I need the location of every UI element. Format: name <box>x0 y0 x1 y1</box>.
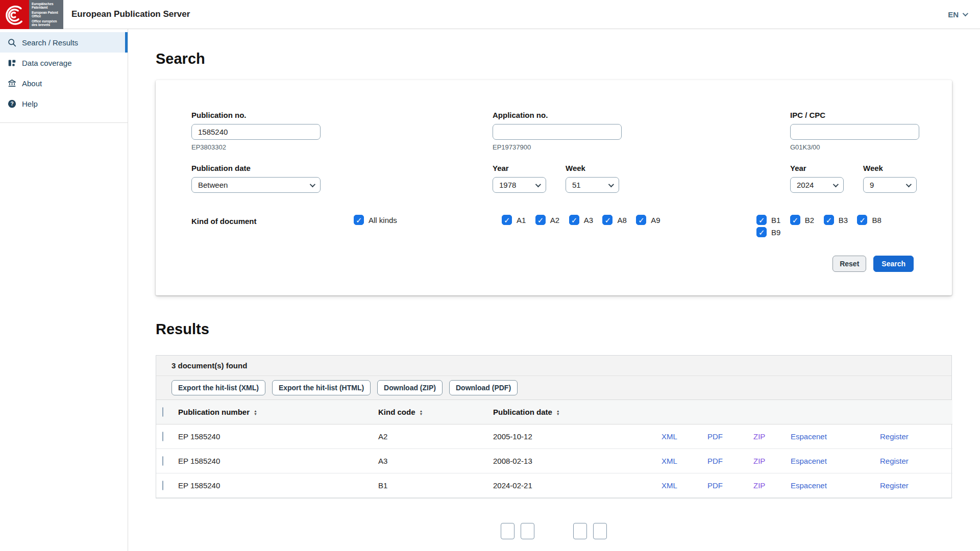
zip-link[interactable]: ZIP <box>753 432 765 441</box>
row-checkbox[interactable] <box>162 456 163 466</box>
column-publication-number[interactable]: Publication number <box>178 400 378 424</box>
zip-link[interactable]: ZIP <box>753 481 765 490</box>
kind-a2-checkbox[interactable] <box>535 215 546 225</box>
sidebar: Search / Results Data coverage About ? H… <box>0 29 128 551</box>
pdf-link[interactable]: PDF <box>707 481 723 490</box>
sidebar-item-label: Data coverage <box>22 59 72 67</box>
export-html-button[interactable]: Export the hit-list (HTML) <box>272 380 371 395</box>
kind-a1-checkbox[interactable] <box>502 215 512 225</box>
from-year-select[interactable]: 1978 <box>493 177 546 193</box>
to-year-label: Year <box>790 164 844 172</box>
from-week-select[interactable]: 51 <box>566 177 619 193</box>
kind-a3-checkbox[interactable] <box>569 215 579 225</box>
logo-text-en: European Patent Office <box>32 11 61 18</box>
epo-logo[interactable] <box>0 0 29 29</box>
kind-b2-checkbox[interactable] <box>790 215 800 225</box>
column-kind-code[interactable]: Kind code <box>378 400 493 424</box>
bank-icon <box>8 79 16 88</box>
espacenet-link[interactable]: Espacenet <box>791 457 827 465</box>
sidebar-item-help[interactable]: ? Help <box>0 93 128 114</box>
sidebar-item-about[interactable]: About <box>0 73 128 93</box>
pdf-link[interactable]: PDF <box>707 432 723 441</box>
sort-icon[interactable] <box>254 410 257 416</box>
select-all-checkbox[interactable] <box>162 407 163 417</box>
kind-b1-label: B1 <box>771 216 780 224</box>
results-title: Results <box>156 321 980 338</box>
export-xml-button[interactable]: Export the hit-list (XML) <box>172 380 265 395</box>
espacenet-link[interactable]: Espacenet <box>791 432 827 441</box>
kind-b1-checkbox[interactable] <box>756 215 767 225</box>
pdf-link[interactable]: PDF <box>707 457 723 465</box>
publication-no-input[interactable] <box>191 124 321 140</box>
language-label: EN <box>948 10 959 19</box>
xml-link[interactable]: XML <box>662 481 677 490</box>
kind-b9-checkbox[interactable] <box>756 227 767 237</box>
app-header: Europäisches Patentamt European Patent O… <box>0 0 980 29</box>
search-button[interactable]: Search <box>873 256 914 272</box>
ipc-cpc-input[interactable] <box>790 124 919 140</box>
row-checkbox[interactable] <box>162 432 163 441</box>
sidebar-item-data-coverage[interactable]: Data coverage <box>0 53 128 73</box>
epo-swirl-icon <box>4 3 26 26</box>
publication-number-cell: EP 1585240 <box>178 424 378 449</box>
register-link[interactable]: Register <box>880 432 909 441</box>
row-checkbox[interactable] <box>162 481 163 490</box>
xml-link[interactable]: XML <box>662 432 677 441</box>
language-selector[interactable]: EN <box>948 10 967 19</box>
sidebar-divider <box>0 122 128 123</box>
pagination-last-button[interactable] <box>593 523 607 539</box>
ipc-cpc-hint: G01K3/00 <box>790 143 919 151</box>
kind-a8-checkbox[interactable] <box>602 215 612 225</box>
sort-icon[interactable] <box>420 410 423 416</box>
publication-no-hint: EP3803302 <box>191 143 321 151</box>
ipc-cpc-group: IPC / CPC G01K3/00 <box>790 111 919 151</box>
kind-b8-checkbox[interactable] <box>857 215 867 225</box>
table-row: EP 1585240 A3 2008-02-13 XML PDF ZIP Esp… <box>156 449 952 473</box>
publication-date-select[interactable]: Between <box>191 177 321 193</box>
to-year-group: Year 2024 <box>790 164 844 193</box>
kind-b3-checkbox[interactable] <box>824 215 834 225</box>
column-publication-date[interactable]: Publication date <box>493 400 662 424</box>
to-week-select[interactable]: 9 <box>863 177 917 193</box>
pagination-prev-button[interactable] <box>521 523 534 539</box>
download-zip-button[interactable]: Download (ZIP) <box>377 380 443 395</box>
kind-all-checkbox-item: All kinds <box>354 215 397 225</box>
table-row: EP 1585240 A2 2005-10-12 XML PDF ZIP Esp… <box>156 424 952 449</box>
results-count: 3 document(s) found <box>156 356 951 376</box>
kind-a3-item: A3 <box>569 215 593 225</box>
zip-link[interactable]: ZIP <box>753 457 765 465</box>
chart-icon <box>8 59 16 67</box>
espacenet-link[interactable]: Espacenet <box>791 481 827 490</box>
search-page-title: Search <box>156 51 980 67</box>
download-pdf-button[interactable]: Download (PDF) <box>449 380 518 395</box>
column-kind-code-label: Kind code <box>378 408 415 416</box>
kind-a3-label: A3 <box>584 216 593 224</box>
register-link[interactable]: Register <box>880 481 909 490</box>
kind-a2-label: A2 <box>550 216 559 224</box>
all-kinds-checkbox[interactable] <box>354 215 364 225</box>
to-week-group: Week 9 <box>863 164 917 193</box>
reset-button[interactable]: Reset <box>832 256 866 272</box>
logo-text-de: Europäisches Patentamt <box>32 2 61 10</box>
publication-no-label: Publication no. <box>191 111 321 119</box>
chevron-down-icon <box>833 181 839 187</box>
sort-icon[interactable] <box>556 410 560 416</box>
sidebar-item-search-results[interactable]: Search / Results <box>0 32 128 53</box>
kind-a8-label: A8 <box>617 216 626 224</box>
pagination-next-button[interactable] <box>573 523 587 539</box>
kind-b8-item: B8 <box>857 215 881 225</box>
all-kinds-label: All kinds <box>369 216 397 224</box>
pagination-first-button[interactable] <box>501 523 514 539</box>
application-no-input[interactable] <box>493 124 622 140</box>
xml-link[interactable]: XML <box>662 457 677 465</box>
kind-a9-checkbox[interactable] <box>636 215 646 225</box>
register-link[interactable]: Register <box>880 457 909 465</box>
chevron-down-icon <box>608 181 614 187</box>
kind-b2-item: B2 <box>790 215 814 225</box>
kind-a8-item: A8 <box>602 215 626 225</box>
kind-b8-label: B8 <box>872 216 881 224</box>
application-no-hint: EP19737900 <box>493 143 622 151</box>
sidebar-item-label: Help <box>22 99 38 108</box>
to-year-select[interactable]: 2024 <box>790 177 844 193</box>
pagination <box>156 523 952 539</box>
